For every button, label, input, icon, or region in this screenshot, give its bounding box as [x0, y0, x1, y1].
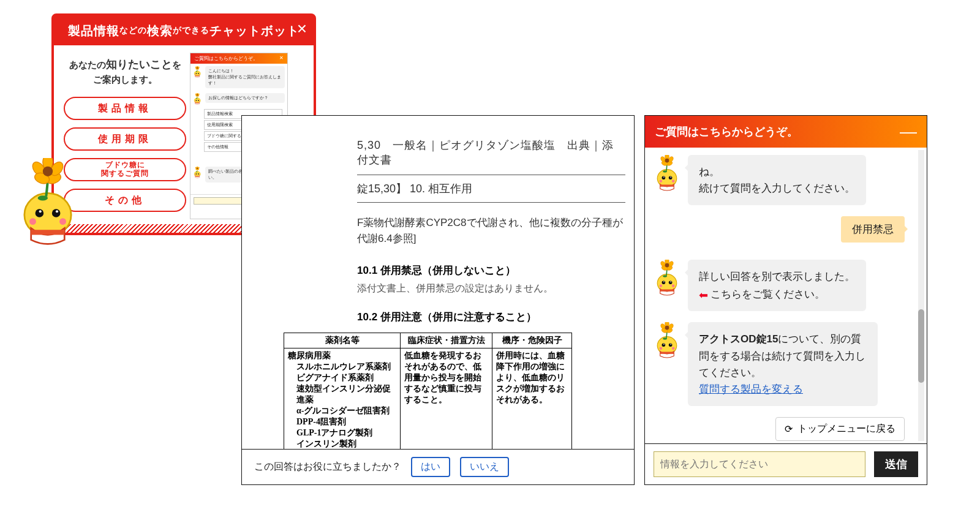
promo-lead: あなたの知りたいことを ご案内します。	[64, 56, 186, 87]
promo-title-4: ができる	[173, 25, 209, 36]
promo-title-5: チャットボット	[209, 23, 300, 39]
bot-message-row: ね。 続けて質問を入力してください。	[652, 155, 914, 205]
mascot-icon	[652, 155, 682, 193]
chat-input-bar: 送信	[645, 443, 927, 484]
bot-text: 続けて質問を入力してください。	[699, 183, 855, 194]
promo-pill-product[interactable]: 製品情報	[64, 97, 186, 120]
promo-pill-expiry[interactable]: 使用期限	[64, 127, 186, 151]
return-top-button[interactable]: ⟳ トップメニューに戻る	[775, 417, 905, 441]
promo-title-3: 検索	[147, 23, 173, 39]
doc-paragraph: F薬物代謝酵素CYP2C8で代謝され、他に複数の分子種が代謝6.4参照]	[357, 215, 625, 246]
bot-text: 詳しい回答を別で表示しました。	[699, 271, 855, 282]
table-header: 機序・危険因子	[492, 333, 572, 348]
document-footer: この回答はお役に立ちましたか？ はい いいえ	[242, 449, 634, 484]
refresh-icon: ⟳	[785, 423, 793, 435]
doc-text-10-1: 添付文書上、併用禁忌の設定はありません。	[357, 282, 625, 295]
interaction-table: 薬剤名等 臨床症状・措置方法 機序・危険因子 糖尿病用薬 スルホニルウレア系薬剤…	[284, 333, 572, 449]
document-panel: 5,30 一般名｜ピオグリタゾン塩酸塩 出典｜添付文書 錠15,30】 10. …	[241, 115, 635, 485]
scrollbar[interactable]	[918, 150, 924, 441]
product-name: アクトスOD錠15	[699, 333, 778, 345]
bot-text: こちらをご覧ください。	[710, 288, 825, 300]
promo-title-1: 製品情報	[68, 23, 119, 39]
table-header: 臨床症状・措置方法	[401, 333, 492, 348]
chat-panel: ご質問はこちらからどうぞ。 — ね。 続けて質問を入力してください。 併用禁忌 …	[644, 115, 927, 485]
chat-title: ご質問はこちらからどうぞ。	[655, 124, 798, 139]
table-cell: 糖尿病用薬 スルホニルウレア系薬剤 ビグアナイド系薬剤 速効型インスリン分泌促 …	[284, 348, 401, 450]
promo-title-2: などの	[119, 25, 147, 36]
doc-heading-10-2: 10.2 併用注意（併用に注意すること）	[357, 310, 625, 324]
close-icon[interactable]: ×	[297, 19, 307, 39]
user-text: 併用禁忌	[841, 216, 905, 243]
mascot-icon	[652, 260, 682, 298]
feedback-yes-button[interactable]: はい	[411, 457, 450, 477]
doc-heading-10-1: 10.1 併用禁忌（併用しないこと）	[357, 263, 625, 277]
minimize-icon[interactable]: —	[900, 122, 917, 141]
doc-meta-line2: 錠15,30】 10. 相互作用	[357, 181, 625, 203]
doc-meta-line1: 5,30 一般名｜ピオグリタゾン塩酸塩 出典｜添付文書	[357, 138, 625, 175]
chat-text-input[interactable]	[654, 451, 865, 477]
table-cell: 併用時には、血糖降下作用の増強により、低血糖のリスクが増加するおそれがある。	[492, 348, 572, 450]
promo-header: 製品情報 などの 検索 ができる チャットボット ×	[54, 16, 314, 45]
mascot-icon	[652, 322, 682, 360]
user-message-row: 併用禁忌	[652, 216, 905, 243]
left-arrow-icon: ⬅	[699, 287, 708, 304]
table-header: 薬剤名等	[284, 333, 401, 348]
mascot-large	[11, 158, 85, 250]
bot-text: ね。	[699, 166, 720, 178]
change-product-link[interactable]: 質問する製品を変える	[699, 383, 803, 395]
bot-message-row: アクトスOD錠15について、別の質問をする場合は続けて質問を入力してください。 …	[652, 322, 914, 406]
bot-message-row: 詳しい回答を別で表示しました。 ⬅こちらをご覧ください。	[652, 260, 914, 311]
table-cell: 低血糖を発現するおそれがあるので、低用量から投与を開始するなど慎重に投与すること…	[401, 348, 492, 450]
chat-header: ご質問はこちらからどうぞ。 —	[645, 116, 927, 148]
feedback-no-button[interactable]: いいえ	[460, 457, 509, 477]
feedback-label: この回答はお役に立ちましたか？	[254, 461, 401, 473]
mini-close-icon: ✕	[279, 55, 284, 62]
send-button[interactable]: 送信	[874, 451, 918, 477]
